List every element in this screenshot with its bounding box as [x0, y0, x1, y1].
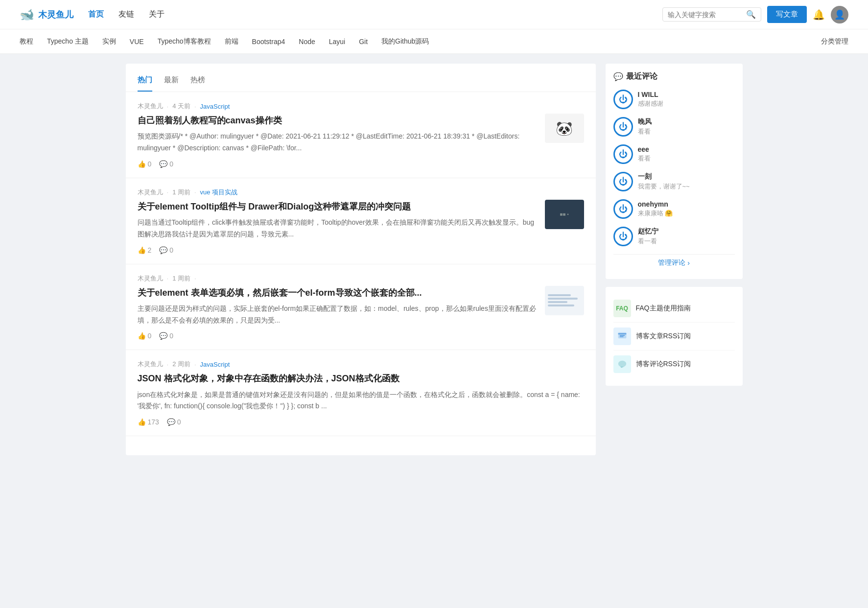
nav-about[interactable]: 关于 [149, 9, 164, 20]
article-category: JavaScript [200, 361, 230, 368]
search-input[interactable] [668, 11, 746, 19]
comment-info: 晚风 看看 [638, 117, 735, 136]
search-icon: 🔍 [746, 10, 756, 19]
article-thumbnail [545, 286, 584, 315]
list-line [548, 301, 568, 303]
like-action[interactable]: 👍 0 [138, 332, 152, 340]
main-nav: 首页 友链 关于 [88, 9, 662, 20]
manage-comments-link[interactable]: 管理评论 › [613, 254, 735, 271]
article-time: 1 周前 [172, 274, 190, 283]
nav-links[interactable]: 友链 [118, 9, 134, 20]
comment-action[interactable]: 💬 0 [159, 160, 173, 168]
user-avatar: ⏻ [613, 199, 633, 219]
sidebar-links-card: FAQ FAQ主题使用指南 博客文章RSS订阅 [606, 287, 743, 386]
bell-icon[interactable]: 🔔 [813, 9, 825, 21]
article-title[interactable]: 关于element 表单选项必填，然后嵌套一个el-form导致这个嵌套的全部.… [138, 287, 537, 299]
list-item[interactable]: FAQ FAQ主题使用指南 [613, 295, 735, 323]
tab-latest[interactable]: 最新 [164, 71, 179, 92]
subnav-typecho-theme[interactable]: Typecho 主题 [47, 37, 89, 46]
commenter-name: I WILL [638, 91, 735, 98]
commenter-name: onehymn [638, 200, 735, 208]
subnav-tutorial[interactable]: 教程 [20, 37, 33, 46]
dot: · [167, 188, 169, 196]
dot: · [167, 103, 169, 110]
list-item[interactable]: 博客评论RSS订阅 [613, 351, 735, 378]
article-meta: 木灵鱼儿 · 1 周前 · vue 项目实战 [138, 188, 537, 197]
list-item[interactable]: 博客文章RSS订阅 [613, 323, 735, 351]
dot: · [167, 275, 169, 282]
subnav-example[interactable]: 实例 [102, 37, 116, 46]
comment-text: 看一看 [638, 237, 735, 246]
list-line [548, 294, 571, 296]
article-body: 木灵鱼儿 · 2 周前 · JavaScript JSON 格式化对象，对象中存… [138, 360, 584, 426]
rss-comment-label: 博客评论RSS订阅 [636, 360, 691, 369]
commenter-name: eee [638, 145, 735, 153]
rss-comment-icon [613, 355, 631, 373]
like-action[interactable]: 👍 2 [138, 246, 152, 254]
article-title[interactable]: 关于element Tooltip组件与 Drawer和Dialog这种带遮罩层… [138, 201, 537, 213]
article-actions: 👍 0 💬 0 [138, 160, 537, 168]
list-thumbnail [545, 286, 584, 315]
article-excerpt: 问题当通过Tooltip组件，click事件触发抽屉或者弹窗功能时，Toolti… [138, 217, 537, 240]
article-thumbnail: ■■ ▪ [545, 200, 584, 229]
article-title[interactable]: 自己照着别人教程写的canvas操作类 [138, 115, 537, 127]
nav-home[interactable]: 首页 [88, 9, 104, 20]
svg-point-4 [618, 361, 626, 367]
list-line [548, 304, 574, 306]
subnav-vue[interactable]: VUE [130, 38, 144, 46]
comment-action[interactable]: 💬 0 [159, 332, 173, 340]
power-icon: ⏻ [619, 232, 628, 242]
dot: · [194, 275, 196, 282]
comment-item: ⏻ eee 看看 [613, 144, 735, 164]
comment-item: ⏻ 赵忆宁 看一看 [613, 227, 735, 246]
subnav-manage[interactable]: 分类管理 [821, 37, 848, 46]
comment-info: onehymn 来康康咯 🤗 [638, 200, 735, 218]
article-body: 木灵鱼儿 · 4 天前 · JavaScript 自己照着别人教程写的canva… [138, 102, 537, 168]
search-box[interactable]: 🔍 [662, 7, 761, 22]
article-author: 木灵鱼儿 [138, 274, 163, 283]
power-icon: ⏻ [619, 149, 628, 160]
dot: · [167, 361, 169, 368]
logo[interactable]: 🐋 木灵鱼儿 [20, 8, 73, 22]
recent-comments-card: 💬 最近评论 ⏻ I WILL 感谢感谢 ⏻ 晚风 看看 ⏻ [606, 64, 743, 279]
subnav-layui[interactable]: Layui [329, 38, 345, 46]
comment-action[interactable]: 💬 0 [159, 246, 173, 254]
comment-item: ⏻ 一刻 我需要，谢谢了~~ [613, 172, 735, 191]
tab-trending[interactable]: 热榜 [190, 71, 205, 92]
comment-action[interactable]: 💬 0 [167, 418, 181, 426]
subnav-frontend[interactable]: 前端 [225, 37, 238, 46]
power-icon: ⏻ [619, 177, 628, 187]
article-excerpt: 预览图类源码/* * @Author: mulingyuer * @Date: … [138, 131, 537, 154]
table-row: 木灵鱼儿 · 1 周前 · vue 项目实战 关于element Tooltip… [126, 178, 596, 264]
dot: · [194, 103, 196, 110]
subnav-bootstrap4[interactable]: Bootstrap4 [252, 38, 285, 46]
commenter-name: 一刻 [638, 172, 735, 181]
subnav-github[interactable]: 我的Github源码 [381, 37, 429, 46]
user-avatar: ⏻ [613, 172, 633, 191]
sidebar: 💬 最近评论 ⏻ I WILL 感谢感谢 ⏻ 晚风 看看 ⏻ [606, 64, 743, 455]
recent-comments-title: 💬 最近评论 [613, 71, 735, 82]
article-time: 1 周前 [172, 188, 190, 197]
table-row: 木灵鱼儿 · 2 周前 · JavaScript JSON 格式化对象，对象中存… [126, 350, 596, 436]
article-title[interactable]: JSON 格式化对象，对象中存在函数的解决办法，JSON格式化函数 [138, 373, 584, 385]
article-author: 木灵鱼儿 [138, 188, 163, 197]
article-category: vue 项目实战 [200, 188, 238, 197]
table-row: 木灵鱼儿 · 1 周前 · 关于element 表单选项必填，然后嵌套一个el-… [126, 264, 596, 351]
write-article-button[interactable]: 写文章 [767, 6, 807, 23]
panda-image: 🐼 [545, 114, 584, 143]
article-author: 木灵鱼儿 [138, 102, 163, 111]
commenter-name: 晚风 [638, 117, 735, 126]
subnav-typecho-blog[interactable]: Typecho博客教程 [158, 37, 211, 46]
like-action[interactable]: 👍 173 [138, 418, 159, 426]
dot: · [194, 361, 196, 368]
avatar[interactable]: 👤 [831, 6, 848, 23]
subnav-node[interactable]: Node [299, 38, 315, 46]
comment-info: I WILL 感谢感谢 [638, 91, 735, 108]
tab-hot[interactable]: 热门 [138, 71, 152, 92]
rss-article-label: 博客文章RSS订阅 [636, 332, 691, 341]
subnav-git[interactable]: Git [359, 38, 368, 46]
comment-text: 感谢感谢 [638, 99, 735, 108]
like-action[interactable]: 👍 0 [138, 160, 152, 168]
user-avatar: ⏻ [613, 144, 633, 164]
article-excerpt: 主要问题还是因为样式的问题，实际上嵌套的el-form如果正确配置了数据，如：m… [138, 303, 537, 327]
